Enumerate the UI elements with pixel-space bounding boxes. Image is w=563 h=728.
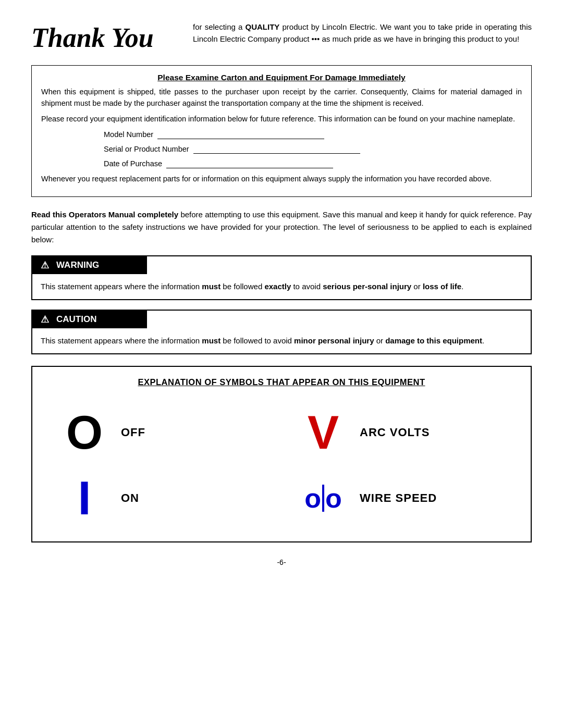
thank-you-logo: Thank You xyxy=(31,21,177,53)
on-symbol-char: I xyxy=(58,475,111,522)
symbols-grid: O OFF V ARC VOLTS I ON o o WIRE SPEED xyxy=(43,400,520,531)
off-symbol-label: OFF xyxy=(121,426,145,439)
wirespeed-circle-left: o xyxy=(304,485,321,512)
caution-period: . xyxy=(482,336,484,345)
model-number-field: Model Number xyxy=(104,130,522,139)
header-text: for selecting a QUALITY product by Linco… xyxy=(193,21,532,45)
caution-damage: damage to this equipment xyxy=(385,336,482,345)
read-paragraph: Read this Operators Manual completely be… xyxy=(31,208,532,246)
caution-box: ⚠ CAUTION This statement appears where t… xyxy=(31,310,532,354)
warning-period: . xyxy=(461,282,463,291)
caution-label: CAUTION xyxy=(56,314,96,325)
date-purchase-line xyxy=(166,159,333,168)
caution-header: ⚠ CAUTION xyxy=(32,311,147,328)
warning-to-avoid: to avoid xyxy=(291,282,323,291)
warning-or: or xyxy=(411,282,423,291)
date-purchase-field: Date of Purchase xyxy=(104,159,522,168)
warning-loss: loss of life xyxy=(423,282,461,291)
symbol-on-row: I ON xyxy=(43,465,282,531)
wirespeed-circle-right: o xyxy=(325,485,342,512)
warning-body: This statement appears where the informa… xyxy=(32,274,531,299)
warning-must: must xyxy=(202,282,221,291)
caution-minor: minor personal injury xyxy=(294,336,374,345)
arcvolts-symbol-label: ARC VOLTS xyxy=(360,426,430,439)
serial-number-line xyxy=(193,144,360,154)
examine-title: Please Examine Carton and Equipment For … xyxy=(41,73,522,82)
examine-box: Please Examine Carton and Equipment For … xyxy=(31,65,532,197)
symbols-box: EXPLANATION OF SYMBOLS THAT APPEAR ON TH… xyxy=(31,366,532,542)
wirespeed-symbol-char: o o xyxy=(297,485,349,512)
examine-para2: Please record your equipment identificat… xyxy=(41,114,522,125)
caution-or: or xyxy=(374,336,385,345)
warning-triangle-icon: ⚠ xyxy=(41,260,49,271)
examine-title-text: Please Examine Carton and Equipment For … xyxy=(157,73,405,82)
model-number-label: Model Number xyxy=(104,130,153,139)
serial-number-label: Serial or Product Number xyxy=(104,145,189,153)
caution-be-followed: be followed to avoid xyxy=(221,336,294,345)
off-symbol-char: O xyxy=(58,409,111,456)
examine-para1: When this equipment is shipped, title pa… xyxy=(41,87,522,109)
caution-body: This statement appears where the informa… xyxy=(32,328,531,353)
warning-serious: serious per-sonal injury xyxy=(323,282,411,291)
header-section: Thank You for selecting a QUALITY produc… xyxy=(31,21,532,53)
symbol-off-row: O OFF xyxy=(43,400,282,465)
wirespeed-symbol-label: WIRE SPEED xyxy=(360,491,437,505)
warning-label: WARNING xyxy=(56,260,99,270)
symbols-title: EXPLANATION OF SYMBOLS THAT APPEAR ON TH… xyxy=(43,377,520,387)
warning-text-start: This statement appears where the informa… xyxy=(41,282,202,291)
caution-must: must xyxy=(202,336,221,345)
header-for-selecting: for selecting a xyxy=(193,22,246,31)
wirespeed-bar xyxy=(322,485,324,512)
serial-number-field: Serial or Product Number xyxy=(104,144,522,154)
examine-para3: Whenever you request replacement parts f… xyxy=(41,174,522,185)
warning-header: ⚠ WARNING xyxy=(32,256,147,274)
warning-exactly: exactly xyxy=(264,282,291,291)
header-quality: QUALITY xyxy=(246,22,280,31)
symbol-arcvolts-row: V ARC VOLTS xyxy=(282,400,520,465)
page-number: -6- xyxy=(31,558,532,566)
model-number-line xyxy=(157,130,324,139)
on-symbol-label: ON xyxy=(121,491,139,505)
caution-text-start: This statement appears where the informa… xyxy=(41,336,202,345)
arcvolts-symbol-char: V xyxy=(297,409,349,456)
warning-be-followed: be followed xyxy=(221,282,264,291)
warning-box: ⚠ WARNING This statement appears where t… xyxy=(31,255,532,300)
symbol-wirespeed-row: o o WIRE SPEED xyxy=(282,465,520,531)
read-bold: Read this Operators Manual completely xyxy=(31,210,178,219)
date-purchase-label: Date of Purchase xyxy=(104,159,162,168)
caution-triangle-icon: ⚠ xyxy=(41,314,49,325)
